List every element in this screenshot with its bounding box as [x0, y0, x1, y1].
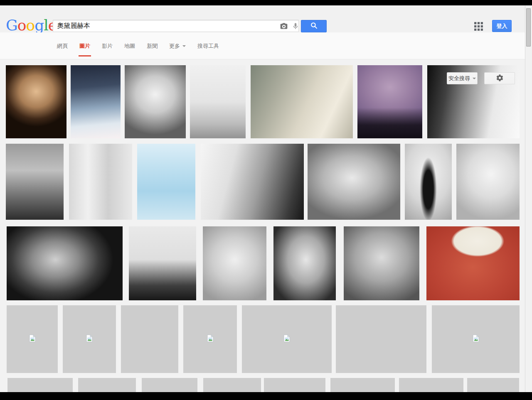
image-result[interactable]	[456, 144, 520, 220]
placeholder-tile[interactable]	[432, 305, 520, 373]
placeholder-tile[interactable]	[183, 305, 237, 373]
image-result[interactable]	[190, 65, 246, 138]
broken-image-icon	[207, 334, 214, 344]
camera-icon[interactable]	[280, 22, 288, 30]
image-result[interactable]	[273, 226, 336, 300]
tab-網頁[interactable]: 網頁	[57, 32, 68, 59]
image-result[interactable]	[357, 65, 422, 138]
search-icon	[310, 22, 318, 31]
logo-letter: g	[34, 17, 44, 34]
broken-image-icon	[86, 334, 93, 344]
tab-搜尋工具[interactable]: 搜尋工具	[197, 32, 219, 59]
tab-label: 新聞	[147, 42, 158, 50]
image-result[interactable]	[71, 65, 121, 138]
placeholder-tile[interactable]	[121, 305, 178, 373]
search-button[interactable]	[301, 20, 327, 32]
tabs: 網頁圖片影片地圖新聞更多搜尋工具	[57, 32, 231, 59]
settings-button[interactable]	[484, 72, 515, 84]
tab-label: 網頁	[57, 42, 68, 50]
image-result[interactable]	[201, 144, 304, 220]
logo-letter: l	[44, 17, 48, 34]
tab-地圖[interactable]: 地圖	[124, 32, 135, 59]
tab-label: 圖片	[79, 42, 90, 50]
gear-icon	[496, 74, 504, 83]
google-image-search-page: Google 登入 網頁圖片影片地圖新聞更多搜尋工具	[0, 0, 532, 400]
placeholder-tile[interactable]	[63, 305, 116, 373]
tab-影片[interactable]: 影片	[102, 32, 113, 59]
image-result[interactable]	[129, 226, 196, 300]
image-result[interactable]	[7, 226, 123, 300]
scrollbar[interactable]	[525, 5, 532, 392]
image-result[interactable]	[251, 65, 353, 138]
image-result[interactable]	[405, 144, 452, 220]
tab-label: 更多	[169, 42, 180, 50]
safesearch-button[interactable]: 安全搜尋	[447, 72, 478, 84]
chevron-down-icon	[473, 78, 476, 79]
chevron-down-icon	[182, 45, 186, 47]
image-result[interactable]	[137, 144, 195, 220]
safesearch-label: 安全搜尋	[448, 75, 470, 82]
placeholder-tile[interactable]	[242, 305, 332, 373]
placeholder-tile[interactable]	[7, 305, 58, 373]
apps-grid-icon[interactable]	[474, 22, 483, 31]
tab-label: 搜尋工具	[197, 42, 219, 50]
microphone-icon[interactable]	[292, 22, 299, 30]
image-result[interactable]	[203, 226, 266, 300]
placeholder-tile[interactable]	[336, 305, 426, 373]
scrollbar-thumb[interactable]	[526, 8, 531, 47]
tab-label: 影片	[102, 42, 113, 50]
search-input[interactable]	[53, 20, 299, 32]
image-result[interactable]	[69, 144, 132, 220]
sign-in-button[interactable]: 登入	[492, 20, 512, 32]
tab-更多[interactable]: 更多	[169, 32, 186, 59]
top-black-bar	[0, 0, 532, 5]
image-result[interactable]	[308, 144, 400, 220]
tab-圖片[interactable]: 圖片	[79, 32, 90, 59]
broken-image-icon	[473, 334, 479, 344]
logo-letter: o	[26, 17, 34, 34]
header: Google 登入	[0, 5, 532, 32]
broken-image-icon	[283, 334, 290, 344]
broken-image-icon	[29, 334, 36, 344]
image-result[interactable]	[125, 65, 186, 138]
image-result[interactable]	[344, 226, 419, 300]
google-logo[interactable]: Google	[6, 17, 57, 34]
image-result[interactable]	[6, 144, 64, 220]
tab-新聞[interactable]: 新聞	[147, 32, 158, 59]
image-result[interactable]	[6, 65, 66, 138]
image-result[interactable]	[426, 226, 520, 300]
bottom-black-bar	[0, 392, 532, 400]
tab-label: 地圖	[124, 42, 135, 50]
tabs-bar: 網頁圖片影片地圖新聞更多搜尋工具 安全搜尋	[0, 32, 532, 59]
logo-letter: G	[6, 17, 17, 34]
logo-letter: o	[17, 17, 26, 34]
